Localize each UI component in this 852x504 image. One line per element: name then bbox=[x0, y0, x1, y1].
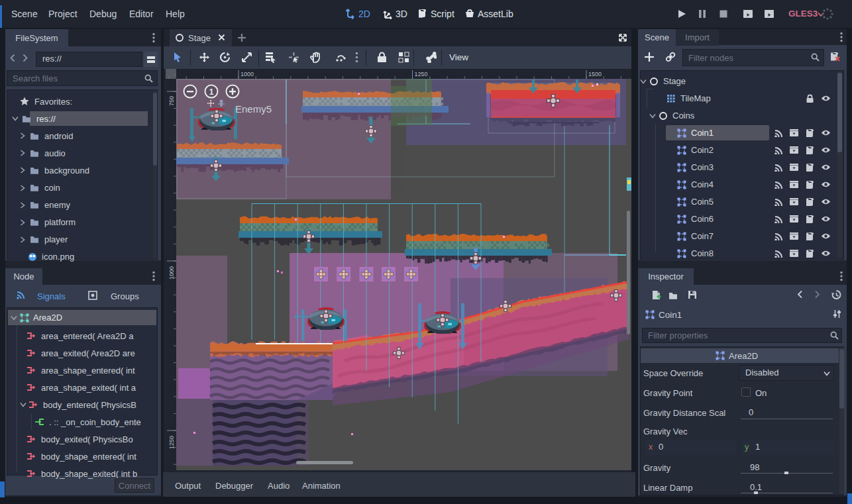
svg-text:1500: 1500 bbox=[588, 71, 602, 77]
svg-text:1000: 1000 bbox=[168, 266, 175, 279]
svg-text:750: 750 bbox=[168, 96, 175, 106]
svg-text:1250: 1250 bbox=[168, 436, 175, 449]
svg-text:1250: 1250 bbox=[415, 71, 428, 77]
svg-text:1: 1 bbox=[209, 87, 214, 97]
svg-text:1000: 1000 bbox=[240, 71, 254, 77]
svg-text:Enemy5: Enemy5 bbox=[235, 103, 272, 115]
